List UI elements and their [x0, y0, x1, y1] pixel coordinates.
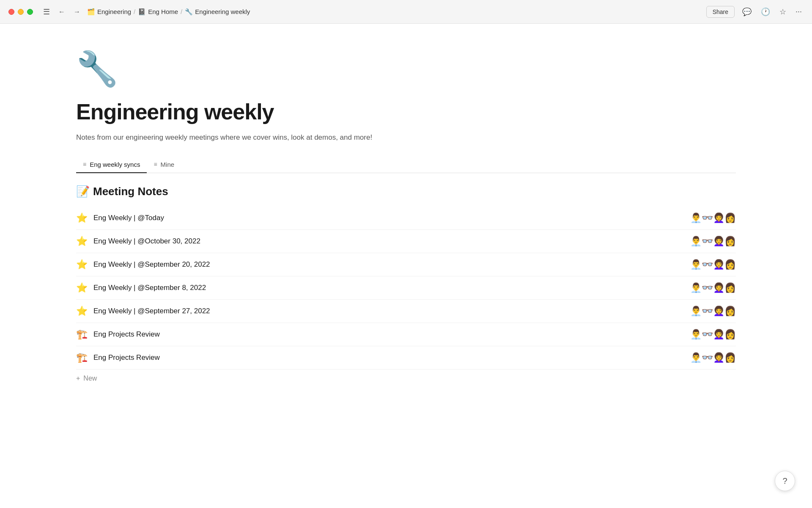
meeting-notes-list: ⭐ Eng Weekly | @Today 👨‍💼👓👩‍🦱👩 ⭐ Eng Wee…	[76, 207, 736, 370]
item-avatars-6: 👨‍💼👓👩‍🦱👩	[690, 352, 736, 363]
more-button[interactable]: ···	[794, 6, 804, 18]
titlebar-actions: Share 💬 🕐 ☆ ···	[706, 6, 804, 18]
list-item[interactable]: ⭐ Eng Weekly | @September 27, 2022 👨‍💼👓👩…	[76, 300, 736, 323]
item-title-0: Eng Weekly | @Today	[93, 214, 690, 222]
tab-list-icon-1: ≡	[83, 161, 86, 168]
item-avatars-4: 👨‍💼👓👩‍🦱👩	[690, 306, 736, 317]
traffic-lights	[8, 9, 33, 15]
list-item[interactable]: ⭐ Eng Weekly | @September 20, 2022 👨‍💼👓👩…	[76, 253, 736, 276]
sidebar-toggle-button[interactable]: ☰	[41, 6, 52, 18]
item-title-4: Eng Weekly | @September 27, 2022	[93, 307, 690, 315]
tabs: ≡ Eng weekly syncs ≡ Mine	[76, 157, 736, 173]
item-avatars-2: 👨‍💼👓👩‍🦱👩	[690, 259, 736, 270]
breadcrumb-sep-2: /	[181, 8, 182, 15]
list-item[interactable]: ⭐ Eng Weekly | @October 30, 2022 👨‍💼👓👩‍🦱…	[76, 230, 736, 253]
item-title-2: Eng Weekly | @September 20, 2022	[93, 260, 690, 269]
breadcrumb: 🗂️ Engineering / 📓 Eng Home / 🔧 Engineer…	[87, 8, 701, 16]
breadcrumb-eng-home[interactable]: 📓 Eng Home	[138, 8, 178, 16]
item-title-1: Eng Weekly | @October 30, 2022	[93, 237, 690, 246]
minimize-button[interactable]	[18, 9, 24, 15]
back-button[interactable]: ←	[57, 6, 67, 17]
close-button[interactable]	[8, 9, 14, 15]
page-title: Engineering weekly	[76, 99, 736, 124]
item-title-3: Eng Weekly | @September 8, 2022	[93, 284, 690, 292]
item-title-5: Eng Projects Review	[93, 330, 690, 339]
section-heading: 📝 Meeting Notes	[76, 185, 736, 198]
help-button[interactable]: ?	[775, 471, 795, 491]
tab-mine[interactable]: ≡ Mine	[147, 157, 181, 173]
comment-button[interactable]: 💬	[741, 6, 753, 18]
item-avatars-3: 👨‍💼👓👩‍🦱👩	[690, 282, 736, 293]
new-item-button[interactable]: + New	[76, 370, 97, 387]
page-icon: 🔧	[76, 49, 736, 89]
item-icon-2: ⭐	[76, 259, 88, 270]
breadcrumb-engineering-weekly[interactable]: 🔧 Engineering weekly	[185, 8, 250, 16]
wrench-icon: 🔧	[185, 8, 193, 16]
tab-list-icon-2: ≡	[154, 161, 157, 168]
list-item[interactable]: ⭐ Eng Weekly | @Today 👨‍💼👓👩‍🦱👩	[76, 207, 736, 230]
item-icon-6: 🏗️	[76, 352, 88, 363]
item-icon-5: 🏗️	[76, 329, 88, 340]
list-item[interactable]: 🏗️ Eng Projects Review 👨‍💼👓👩‍🦱👩	[76, 346, 736, 370]
plus-icon: +	[76, 375, 80, 382]
maximize-button[interactable]	[27, 9, 33, 15]
breadcrumb-engineering[interactable]: 🗂️ Engineering	[87, 8, 131, 16]
tab-eng-weekly-syncs[interactable]: ≡ Eng weekly syncs	[76, 157, 147, 173]
list-item[interactable]: 🏗️ Eng Projects Review 👨‍💼👓👩‍🦱👩	[76, 323, 736, 346]
item-icon-3: ⭐	[76, 282, 88, 293]
item-icon-4: ⭐	[76, 306, 88, 317]
engineering-icon: 🗂️	[87, 8, 95, 16]
star-button[interactable]: ☆	[778, 6, 788, 18]
item-avatars-0: 👨‍💼👓👩‍🦱👩	[690, 213, 736, 224]
item-title-6: Eng Projects Review	[93, 353, 690, 362]
titlebar: ☰ ← → 🗂️ Engineering / 📓 Eng Home / 🔧 En…	[0, 0, 812, 24]
share-button[interactable]: Share	[706, 6, 735, 18]
eng-home-icon: 📓	[138, 8, 146, 16]
breadcrumb-sep-1: /	[134, 8, 135, 15]
item-avatars-1: 👨‍💼👓👩‍🦱👩	[690, 236, 736, 247]
section-icon: 📝	[76, 185, 90, 198]
item-icon-0: ⭐	[76, 213, 88, 224]
item-icon-1: ⭐	[76, 236, 88, 247]
page-description: Notes from our engineering weekly meetin…	[76, 132, 736, 143]
list-item[interactable]: ⭐ Eng Weekly | @September 8, 2022 👨‍💼👓👩‍…	[76, 276, 736, 300]
forward-button[interactable]: →	[72, 6, 82, 17]
item-avatars-5: 👨‍💼👓👩‍🦱👩	[690, 329, 736, 340]
main-content: 🔧 Engineering weekly Notes from our engi…	[0, 24, 812, 508]
history-button[interactable]: 🕐	[759, 6, 772, 18]
